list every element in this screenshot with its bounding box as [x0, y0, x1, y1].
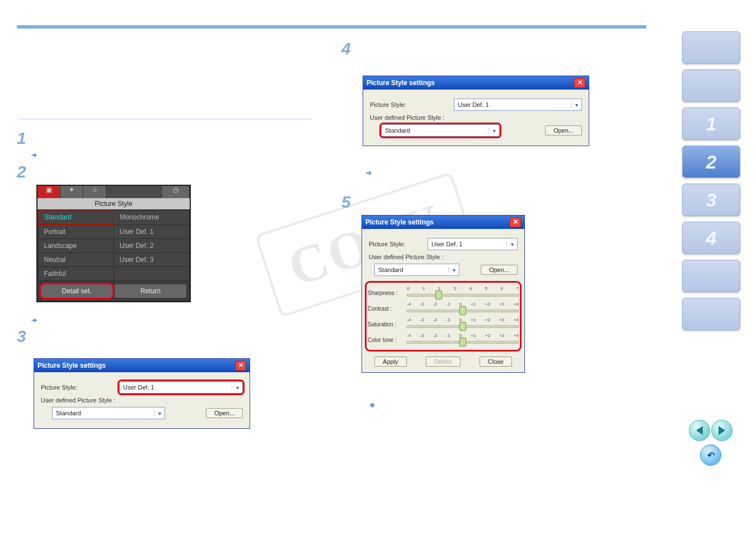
- picture-style-combo[interactable]: User Def. 1 ▾: [428, 238, 518, 250]
- next-page-button[interactable]: [711, 420, 732, 441]
- userdef-label: User defined Picture Style :: [370, 114, 444, 121]
- ps-option-neutral[interactable]: Neutral: [38, 253, 114, 267]
- slider-sharpness[interactable]: Sharpness :01234567: [368, 286, 519, 299]
- close-button[interactable]: Close: [480, 357, 512, 367]
- camera-icon: ▣: [46, 186, 52, 194]
- userdef-style-value: Standard: [375, 266, 448, 273]
- tools-icon: ✦: [69, 186, 74, 194]
- userdef-style-combo[interactable]: Standard ▾: [381, 124, 500, 137]
- nav-chapter-2[interactable]: 2: [682, 146, 740, 178]
- arrow-icon: ➔: [31, 316, 38, 321]
- left-divider: [18, 119, 312, 119]
- camera-tab-shooting[interactable]: ▣: [37, 186, 60, 198]
- dialog-title: Picture Style settings: [367, 79, 574, 87]
- star-icon: ☆: [92, 186, 98, 194]
- slider-group: Sharpness :01234567Contrast :-4-3-2-10+1…: [362, 279, 524, 351]
- chevron-down-icon: ▾: [489, 128, 499, 134]
- slider-sharpness-ticks: 01234567: [407, 286, 519, 291]
- nav-blank-1[interactable]: [682, 31, 740, 64]
- nav-chapter-1[interactable]: 1: [682, 107, 740, 140]
- nav-chapter-3[interactable]: 3: [682, 184, 740, 216]
- slider-contrast-track[interactable]: -4-3-2-10+1+2+3+4: [407, 302, 519, 315]
- nav-chapter-2-label: 2: [706, 151, 717, 173]
- triangle-left-icon: [696, 426, 703, 435]
- step-5-number: 5: [341, 193, 351, 212]
- picture-style-value: User Def. 1: [428, 241, 506, 247]
- ps-option-userdef3[interactable]: User Def. 3: [114, 253, 189, 267]
- nav-blank-2[interactable]: [682, 69, 740, 102]
- nav-chapter-4[interactable]: 4: [682, 222, 740, 254]
- close-icon[interactable]: ✕: [235, 360, 246, 371]
- camera-menu-screenshot: ▣ ✦ ☆ ◷ Picture Style StandardMonochrome…: [36, 185, 191, 302]
- nav-blank-3[interactable]: [682, 260, 740, 292]
- ps-option-portrait[interactable]: Portrait: [38, 224, 114, 239]
- picture-style-combo[interactable]: User Def. 1 ▾: [119, 381, 243, 394]
- return-button[interactable]: Return: [115, 284, 186, 298]
- slider-colortone-label: Color tone :: [368, 337, 407, 343]
- slider-sharpness-bar: [407, 294, 519, 297]
- slider-saturation[interactable]: Saturation :-4-3-2-10+1+2+3+4: [368, 317, 519, 331]
- chevron-down-icon: ▾: [154, 410, 165, 416]
- slider-sharpness-thumb[interactable]: [435, 291, 442, 299]
- page-nav-buttons: ↶: [687, 420, 735, 466]
- chapter-nav: 1 2 3 4: [682, 31, 740, 330]
- ps-option-landscape[interactable]: Landscape: [38, 239, 114, 253]
- page-root: COPY 1 ➔ 2 ▣ ✦ ☆ ◷ Picture Style Standar…: [0, 0, 756, 534]
- slider-sharpness-track[interactable]: 01234567: [407, 286, 519, 299]
- return-page-button[interactable]: ↶: [700, 444, 721, 466]
- chevron-down-icon: ▾: [571, 102, 581, 108]
- userdef-style-combo[interactable]: Standard ▾: [374, 264, 459, 276]
- close-icon[interactable]: ✕: [510, 217, 521, 227]
- userdef-style-value: Standard: [382, 127, 489, 134]
- picture-style-label: Picture Style:: [369, 241, 428, 247]
- userdef-label: User defined Picture Style :: [41, 397, 115, 404]
- slider-contrast-thumb[interactable]: [459, 306, 466, 315]
- nav-blank-4[interactable]: [682, 298, 740, 330]
- step-1-number: 1: [17, 129, 26, 148]
- camera-tab-tools[interactable]: ✦: [60, 186, 83, 198]
- slider-colortone-track[interactable]: -4-3-2-10+1+2+3+4: [407, 333, 519, 346]
- ps-option-userdef1[interactable]: User Def. 1: [114, 224, 189, 239]
- ps-option-monochrome[interactable]: Monochrome: [114, 210, 189, 224]
- userdef-label: User defined Picture Style :: [369, 254, 443, 260]
- picture-style-label: Picture Style:: [370, 101, 454, 108]
- slider-contrast-label: Contrast :: [368, 306, 407, 312]
- prev-page-button[interactable]: [689, 420, 710, 441]
- ps-option-empty: [114, 267, 189, 281]
- picture-style-label: Picture Style:: [41, 384, 119, 391]
- picture-style-settings-dialog-a: Picture Style settings ✕ Picture Style: …: [34, 358, 250, 429]
- close-icon[interactable]: ✕: [574, 78, 585, 88]
- slider-colortone-thumb[interactable]: [459, 338, 466, 346]
- slider-colortone[interactable]: Color tone :-4-3-2-10+1+2+3+4: [368, 333, 519, 346]
- arrow-icon: ➔: [31, 151, 38, 156]
- picture-style-grid: StandardMonochrome PortraitUser Def. 1 L…: [37, 209, 190, 281]
- open-button[interactable]: Open...: [481, 265, 518, 275]
- picture-style-combo[interactable]: User Def. 1 ▾: [454, 99, 582, 111]
- triangle-right-icon: [719, 426, 725, 435]
- camera-tab-bar: ▣ ✦ ☆ ◷: [37, 186, 190, 198]
- open-button[interactable]: Open...: [545, 125, 582, 135]
- arrow-icon: ➔: [366, 169, 373, 174]
- step-4-number: 4: [341, 39, 351, 58]
- slider-contrast[interactable]: Contrast :-4-3-2-10+1+2+3+4: [368, 302, 519, 315]
- userdef-style-combo[interactable]: Standard ▾: [52, 407, 165, 419]
- slider-saturation-label: Saturation :: [368, 321, 407, 327]
- camera-tab-star[interactable]: ☆: [83, 186, 106, 198]
- picture-style-value: User Def. 1: [120, 384, 232, 391]
- nav-chapter-1-label: 1: [706, 113, 717, 135]
- step-2-number: 2: [17, 162, 26, 181]
- picture-style-value: User Def. 1: [454, 101, 571, 108]
- chevron-down-icon: ▾: [448, 267, 459, 273]
- slider-saturation-track[interactable]: -4-3-2-10+1+2+3+4: [407, 317, 519, 331]
- nav-chapter-3-label: 3: [706, 189, 717, 211]
- header-rule: [17, 25, 646, 29]
- camera-tab-timer[interactable]: ◷: [162, 186, 190, 198]
- open-button[interactable]: Open...: [206, 408, 243, 418]
- ps-option-faithful[interactable]: Faithful: [38, 267, 114, 281]
- detail-set-button[interactable]: Detail set.: [41, 284, 112, 298]
- slider-saturation-thumb[interactable]: [459, 322, 466, 331]
- ps-option-standard[interactable]: Standard: [38, 210, 114, 224]
- apply-button[interactable]: Apply: [374, 357, 407, 367]
- nav-chapter-4-label: 4: [706, 227, 717, 249]
- ps-option-userdef2[interactable]: User Def. 2: [114, 239, 189, 253]
